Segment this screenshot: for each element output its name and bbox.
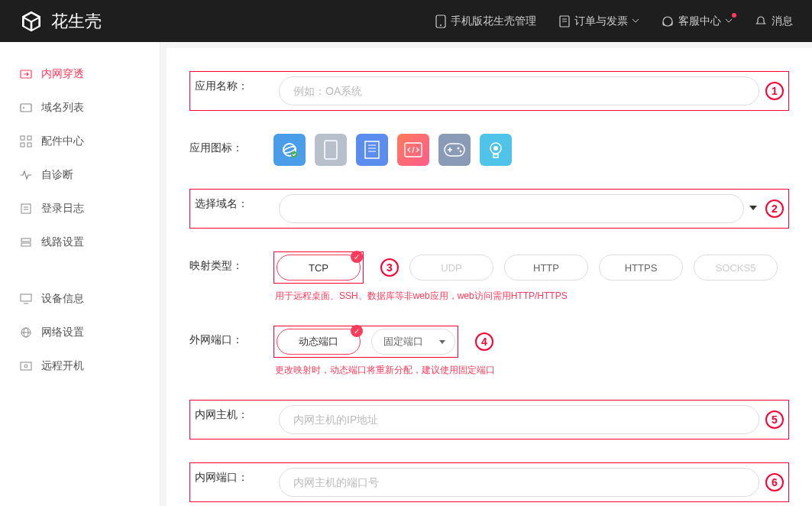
nav-mobile[interactable]: 手机版花生壳管理 bbox=[435, 15, 536, 28]
extport-fixed[interactable]: 固定端口 bbox=[371, 329, 455, 355]
power-icon bbox=[20, 360, 32, 372]
bell-icon bbox=[755, 15, 767, 28]
annotation-3: 3 bbox=[380, 258, 399, 277]
chevron-down-icon bbox=[726, 19, 732, 23]
maptype-tcp[interactable]: TCP bbox=[277, 255, 361, 281]
svg-rect-28 bbox=[325, 141, 337, 159]
maptype-socks5[interactable]: SOCKS5 bbox=[694, 255, 778, 281]
sidebar-label: 网络设置 bbox=[41, 326, 84, 339]
row-domain: 选择域名： 2 bbox=[189, 189, 789, 229]
svg-point-1 bbox=[440, 24, 442, 26]
hint-map-type: 用于远程桌面、SSH、数据库等非web应用，web访问需用HTTP/HTTPS bbox=[275, 290, 789, 303]
svg-rect-29 bbox=[365, 141, 379, 158]
sidebar-item-network[interactable]: 网络设置 bbox=[0, 316, 160, 349]
svg-rect-7 bbox=[21, 104, 31, 112]
svg-point-37 bbox=[458, 148, 460, 150]
top-nav: 手机版花生壳管理 订单与发票 客服中心 消息 bbox=[435, 15, 793, 28]
appicon-ie[interactable] bbox=[273, 134, 306, 166]
nav-support-label: 客服中心 bbox=[678, 15, 721, 28]
chevron-down-icon bbox=[749, 206, 757, 210]
hint-ext-port: 更改映射时，动态端口将重新分配，建议使用固定端口 bbox=[275, 364, 789, 377]
input-app-name[interactable] bbox=[279, 76, 759, 105]
top-bar: 花生壳 手机版花生壳管理 订单与发票 客服中心 消息 bbox=[0, 0, 812, 42]
content: 应用名称： 1 应用图标： 选择域名： 2 bbox=[167, 48, 812, 506]
sidebar-item-tunnel[interactable]: 内网穿透 bbox=[0, 57, 160, 91]
select-domain[interactable] bbox=[279, 194, 744, 223]
appicon-game[interactable] bbox=[438, 134, 471, 166]
nav-support[interactable]: 客服中心 bbox=[662, 15, 732, 28]
maptype-https[interactable]: HTTPS bbox=[599, 255, 683, 281]
svg-rect-17 bbox=[21, 243, 31, 246]
ie-icon bbox=[280, 141, 299, 159]
appicon-code[interactable] bbox=[397, 134, 429, 166]
sidebar-item-addons[interactable]: 配件中心 bbox=[0, 125, 160, 158]
camera-icon bbox=[487, 141, 505, 159]
nav-messages-label: 消息 bbox=[772, 15, 793, 28]
globe-icon bbox=[20, 326, 32, 339]
sidebar-item-wol[interactable]: 远程开机 bbox=[0, 349, 160, 383]
row-app-name: 应用名称： 1 bbox=[189, 71, 789, 111]
label-int-host: 内网主机： bbox=[195, 405, 279, 422]
sidebar-item-diagnose[interactable]: 自诊断 bbox=[0, 158, 160, 192]
svg-rect-18 bbox=[21, 294, 31, 301]
nav-messages[interactable]: 消息 bbox=[755, 15, 793, 28]
svg-point-8 bbox=[23, 107, 24, 109]
label-app-icon: 应用图标： bbox=[189, 134, 273, 155]
svg-rect-12 bbox=[27, 143, 31, 147]
appicon-camera[interactable] bbox=[480, 134, 512, 166]
phone-icon bbox=[435, 15, 446, 28]
nav-orders-label: 订单与发票 bbox=[574, 15, 628, 28]
code-icon bbox=[404, 142, 422, 157]
sidebar-item-domains[interactable]: 域名列表 bbox=[0, 91, 160, 125]
label-domain: 选择域名： bbox=[195, 194, 279, 211]
brand-name: 花生壳 bbox=[51, 10, 102, 33]
monitor-icon bbox=[20, 293, 32, 305]
svg-rect-23 bbox=[21, 362, 31, 370]
log-icon bbox=[20, 203, 32, 215]
svg-rect-13 bbox=[21, 204, 31, 213]
row-int-host: 内网主机： 5 bbox=[189, 400, 789, 440]
annotation-2: 2 bbox=[765, 199, 784, 218]
document-icon bbox=[559, 15, 570, 28]
svg-point-5 bbox=[663, 17, 672, 26]
maptype-http[interactable]: HTTP bbox=[504, 255, 588, 281]
svg-point-38 bbox=[460, 151, 462, 153]
svg-point-24 bbox=[24, 365, 27, 368]
sidebar-label: 配件中心 bbox=[41, 135, 84, 148]
sidebar-item-loginlog[interactable]: 登录日志 bbox=[0, 192, 160, 225]
input-int-host[interactable] bbox=[279, 405, 759, 434]
sidebar-item-route[interactable]: 线路设置 bbox=[0, 225, 160, 259]
svg-rect-9 bbox=[21, 136, 24, 140]
row-int-port: 内网端口： 6 bbox=[189, 462, 789, 502]
route-icon bbox=[20, 236, 32, 248]
sidebar-label: 域名列表 bbox=[41, 101, 84, 115]
appicon-doc[interactable] bbox=[356, 134, 388, 166]
annotation-6: 6 bbox=[765, 473, 784, 491]
annotation-5: 5 bbox=[765, 410, 784, 429]
sidebar-label: 登录日志 bbox=[41, 202, 84, 216]
domain-icon bbox=[20, 102, 32, 114]
grid-icon bbox=[20, 135, 32, 148]
input-int-port[interactable] bbox=[279, 468, 759, 497]
row-map-type: 映射类型： TCP 3 UDP HTTP HTTPS SOCKS5 用于远程桌面… bbox=[189, 251, 789, 303]
device-icon bbox=[324, 140, 338, 160]
row-app-icon: 应用图标： bbox=[189, 134, 789, 166]
appicon-mobile[interactable] bbox=[315, 134, 347, 166]
nav-mobile-label: 手机版花生壳管理 bbox=[451, 15, 536, 28]
svg-rect-11 bbox=[21, 143, 24, 147]
label-map-type: 映射类型： bbox=[189, 251, 273, 273]
label-app-name: 应用名称： bbox=[195, 76, 279, 93]
annotation-1: 1 bbox=[765, 82, 784, 100]
sidebar-label: 远程开机 bbox=[41, 359, 84, 373]
sidebar: 内网穿透 域名列表 配件中心 自诊断 登录日志 线路设置 设备信息 bbox=[0, 42, 160, 506]
sidebar-label: 自诊断 bbox=[41, 168, 73, 182]
maptype-udp[interactable]: UDP bbox=[409, 255, 493, 281]
tunnel-icon bbox=[20, 68, 32, 80]
sidebar-item-device[interactable]: 设备信息 bbox=[0, 282, 160, 316]
nav-orders[interactable]: 订单与发票 bbox=[559, 15, 639, 28]
row-ext-port: 外网端口： 动态端口 固定端口 4 更改映射时，动态端口将重新分配，建议使用固定… bbox=[189, 326, 789, 377]
gamepad-icon bbox=[444, 143, 465, 157]
doc-icon bbox=[364, 141, 380, 159]
extport-dynamic[interactable]: 动态端口 bbox=[277, 329, 361, 355]
logo-icon bbox=[19, 9, 44, 34]
